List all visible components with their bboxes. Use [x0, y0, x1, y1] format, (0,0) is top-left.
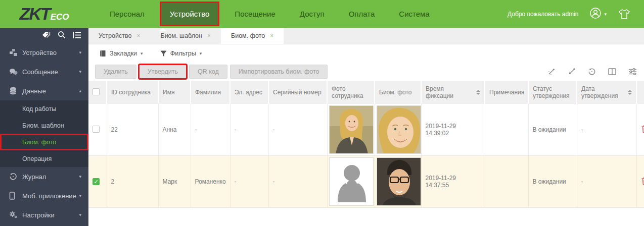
- col-photo[interactable]: Фото сотрудника: [327, 81, 375, 104]
- wand-icon[interactable]: [547, 68, 556, 76]
- row-checkbox[interactable]: ✓: [93, 178, 100, 185]
- tab-close-icon[interactable]: ×: [136, 32, 140, 39]
- sidebar-item-data[interactable]: Данные ▴: [0, 81, 88, 100]
- sort-icon[interactable]: [476, 90, 480, 95]
- chevron-down-icon: ▾: [79, 193, 81, 198]
- cell-approval-status: В ожидании: [528, 104, 577, 156]
- phone-icon: [9, 192, 22, 200]
- delete-row-icon[interactable]: [641, 177, 644, 187]
- cell-first-name: Анна: [158, 104, 191, 156]
- col-capture-time[interactable]: Время фиксации: [421, 81, 485, 104]
- tags-icon[interactable]: [42, 31, 51, 41]
- user-menu[interactable]: ▾: [589, 7, 607, 21]
- col-approval-date[interactable]: Дата утверждения: [577, 81, 636, 104]
- chevron-down-icon: ▾: [141, 51, 143, 56]
- col-label: Время фиксации: [426, 85, 473, 99]
- chevron-down-icon: ▾: [79, 212, 81, 217]
- theme-shirt-icon[interactable]: [618, 8, 631, 20]
- employee-photo-placeholder: [329, 157, 374, 206]
- search-icon[interactable]: [58, 31, 66, 41]
- active-nav-notch: [159, 28, 167, 31]
- col-last-name[interactable]: Фамилия: [191, 81, 230, 104]
- bio-photo-mark: [377, 157, 421, 206]
- sidebar-item-message[interactable]: Сообщение ▾: [0, 62, 88, 81]
- nav-payment[interactable]: Оплата: [337, 0, 387, 28]
- nav-device[interactable]: Устройство: [160, 2, 219, 26]
- col-first-name[interactable]: Имя: [158, 81, 191, 104]
- sidebar-item-device[interactable]: Устройство ▾: [0, 43, 88, 62]
- employee-photo-anna: [329, 105, 374, 154]
- topbar-right: Добро пожаловать admin ▾: [508, 7, 644, 21]
- sidebar: Устройство ▾ Сообщение ▾ Данные ▴ К: [0, 28, 88, 226]
- sidebar-subitem-bio-photo[interactable]: Биом. фото: [0, 134, 88, 150]
- tab-close-icon[interactable]: ×: [207, 32, 211, 39]
- tab-label: Устройство: [99, 32, 131, 39]
- cell-email: -: [230, 156, 268, 208]
- approve-button[interactable]: Утвердить: [139, 65, 187, 79]
- table-header-row: ID сотрудника Имя Фамилия Эл. адрес Сери…: [88, 81, 644, 104]
- sidebar-subitem-bio-template[interactable]: Биом. шаблон: [0, 117, 88, 134]
- logo-text-zkt: ZKT: [20, 4, 50, 24]
- bio-photo-table: ID сотрудника Имя Фамилия Эл. адрес Сери…: [88, 81, 644, 208]
- tab-device[interactable]: Устройство ×: [88, 28, 150, 44]
- sidebar-item-mobile-app[interactable]: Моб. приложение ▾: [0, 186, 88, 205]
- col-approval-status[interactable]: Статус утверждения: [528, 81, 577, 104]
- cell-capture-time: 2019-11-29 14:37:55: [421, 156, 485, 208]
- refresh-history-icon[interactable]: [588, 68, 596, 76]
- nav-system[interactable]: Система: [387, 0, 441, 28]
- sidebar-subitem-operation[interactable]: Операция: [0, 150, 88, 167]
- sidebar-item-label: Настройки: [22, 211, 79, 219]
- database-icon: [9, 87, 22, 95]
- nav-access[interactable]: Доступ: [288, 0, 337, 28]
- select-all-checkbox[interactable]: [93, 88, 100, 95]
- sidebar-item-log[interactable]: Журнал ▾: [0, 167, 88, 186]
- cell-approval-date: -: [577, 156, 636, 208]
- table-row[interactable]: ✓ 2 Марк Романенко - -: [88, 156, 644, 208]
- tab-close-icon[interactable]: ×: [270, 32, 273, 39]
- expand-icon[interactable]: [568, 68, 576, 76]
- table-row[interactable]: 22 Анна - - -: [88, 104, 644, 156]
- cell-notes: [485, 104, 528, 156]
- book-icon: [100, 50, 106, 57]
- import-bio-photo-button[interactable]: Импортировать биом. фото: [230, 65, 328, 79]
- row-checkbox[interactable]: [93, 126, 100, 133]
- tab-bio-photo[interactable]: Биом. фото ×: [221, 28, 284, 44]
- col-id[interactable]: ID сотрудника: [107, 81, 158, 104]
- table-tool-icons: [547, 68, 637, 76]
- action-row: Удалить Утвердить QR код Импортировать б…: [88, 63, 644, 81]
- col-bio-photo[interactable]: Биом. фото: [375, 81, 421, 104]
- nav-attendance[interactable]: Посещение: [222, 0, 288, 28]
- sidebar-item-label: Журнал: [22, 173, 79, 181]
- bookmarks-dropdown[interactable]: Закладки ▾: [100, 50, 143, 57]
- nav-personnel[interactable]: Персонал: [98, 0, 157, 28]
- sidebar-subitem-work-code[interactable]: Код работы: [0, 100, 88, 117]
- cell-serial: -: [268, 156, 327, 208]
- data-submenu: Код работы Биом. шаблон Биом. фото Опера…: [0, 100, 88, 167]
- delete-button[interactable]: Удалить: [95, 65, 136, 79]
- chevron-down-icon: ▾: [79, 174, 81, 179]
- col-actions: [636, 81, 644, 104]
- menu-collapse-icon[interactable]: [73, 31, 81, 41]
- chat-icon: [9, 68, 22, 76]
- sidebar-tools: [0, 28, 88, 43]
- cell-approval-status: В ожидании: [528, 156, 577, 208]
- user-menu-caret-icon: ▾: [604, 12, 607, 17]
- cell-id: 2: [107, 156, 158, 208]
- col-serial[interactable]: Серийный номер: [268, 81, 327, 104]
- user-avatar-icon: [589, 7, 602, 21]
- cell-notes: [485, 156, 528, 208]
- delete-row-icon[interactable]: [641, 125, 644, 135]
- col-label: Дата утверждения: [581, 85, 625, 99]
- devices-icon: [9, 48, 22, 56]
- sort-icon[interactable]: [628, 90, 632, 95]
- cell-first-name: Марк: [158, 156, 191, 208]
- sidebar-item-settings[interactable]: Настройки ▾: [0, 205, 88, 224]
- columns-icon[interactable]: [608, 68, 616, 75]
- filters-dropdown[interactable]: Фильтры ▾: [160, 50, 202, 57]
- qr-code-button[interactable]: QR код: [189, 65, 227, 79]
- sliders-icon[interactable]: [628, 68, 637, 75]
- col-notes[interactable]: Примечания: [485, 81, 528, 104]
- col-email[interactable]: Эл. адрес: [230, 81, 268, 104]
- chevron-down-icon: ▾: [79, 69, 81, 74]
- bio-photo-anna: [377, 105, 421, 154]
